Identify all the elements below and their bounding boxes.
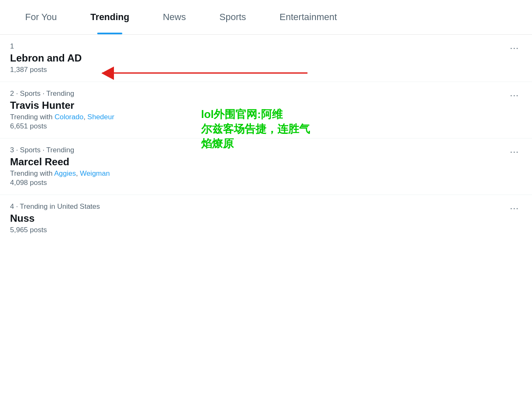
- arrow-annotation: [102, 72, 307, 74]
- trending-item-2: 2 · Sports · Trending Travis Hunter Tren…: [0, 82, 532, 138]
- trending-title-1: Lebron and AD: [10, 52, 503, 64]
- trending-link-weigman[interactable]: Weigman: [80, 169, 110, 177]
- trending-item-4: 4 · Trending in United States Nuss 5,965…: [0, 195, 532, 242]
- tabs-nav: For You Trending News Sports Entertainme…: [0, 0, 532, 35]
- trending-link-shedeur[interactable]: Shedeur: [88, 113, 114, 121]
- trending-sub-3: Trending with Aggies, Weigman: [10, 169, 503, 178]
- arrow-head-icon: [101, 67, 114, 80]
- tab-entertainment[interactable]: Entertainment: [263, 0, 354, 34]
- trending-link-aggies[interactable]: Aggies: [54, 169, 76, 177]
- tab-sports[interactable]: Sports: [203, 0, 263, 34]
- trending-item-3-content: 3 · Sports · Trending Marcel Reed Trendi…: [10, 146, 503, 187]
- trending-list: 1 Lebron and AD 1,387 posts ··· 2 · Spor…: [0, 35, 532, 242]
- trending-posts-4: 5,965 posts: [10, 226, 503, 234]
- spam-overlay-2: lol外围官网:阿维尔兹客场告捷，连胜气焰燎原: [201, 107, 310, 151]
- trending-title-3: Marcel Reed: [10, 156, 503, 168]
- more-button-2[interactable]: ···: [507, 88, 522, 103]
- more-button-1[interactable]: ···: [507, 41, 522, 56]
- trending-meta-2: 2 · Sports · Trending: [10, 90, 503, 98]
- tab-news[interactable]: News: [146, 0, 203, 34]
- tab-for-you[interactable]: For You: [8, 0, 74, 34]
- trending-meta-1: 1: [10, 42, 503, 51]
- tab-trending[interactable]: Trending: [74, 0, 146, 34]
- trending-item-1: 1 Lebron and AD 1,387 posts ···: [0, 35, 532, 82]
- trending-item-4-content: 4 · Trending in United States Nuss 5,965…: [10, 202, 503, 234]
- more-button-3[interactable]: ···: [507, 144, 522, 159]
- trending-item-1-content: 1 Lebron and AD 1,387 posts: [10, 42, 503, 74]
- trending-posts-3: 4,098 posts: [10, 179, 503, 187]
- trending-title-4: Nuss: [10, 213, 503, 224]
- more-button-4[interactable]: ···: [507, 201, 522, 216]
- trending-link-colorado[interactable]: Colorado: [54, 113, 83, 121]
- trending-meta-4: 4 · Trending in United States: [10, 202, 503, 211]
